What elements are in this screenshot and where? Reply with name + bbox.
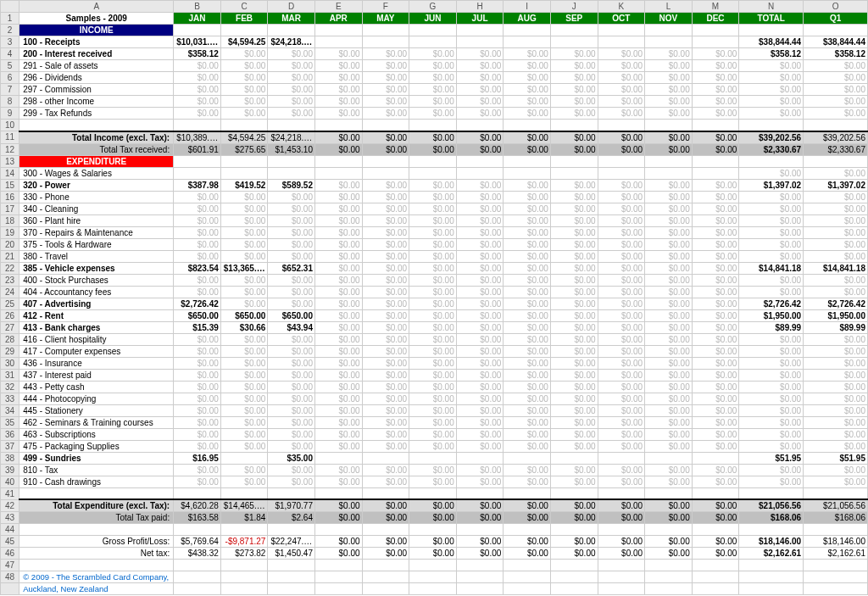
value-cell[interactable]: $0.00	[314, 143, 362, 155]
value-cell[interactable]: $0.00	[645, 369, 693, 381]
month-header[interactable]: DEC	[692, 13, 739, 25]
cell[interactable]	[268, 571, 315, 583]
cell[interactable]	[409, 560, 457, 571]
month-header[interactable]: MAR	[268, 13, 315, 25]
value-cell[interactable]: $0.00	[268, 191, 315, 203]
value-cell[interactable]: $0.00	[692, 203, 739, 214]
value-cell[interactable]: $0.00	[174, 274, 221, 286]
value-cell[interactable]: $0.00	[409, 191, 457, 203]
month-header[interactable]: APR	[314, 13, 362, 25]
value-cell[interactable]: $0.00	[504, 512, 551, 524]
q1-cell[interactable]: $2,726.42	[804, 298, 868, 309]
value-cell[interactable]: $0.00	[362, 48, 409, 60]
row-header[interactable]: 19	[1, 226, 19, 238]
total-cell[interactable]: $0.00	[739, 60, 804, 72]
q1-cell[interactable]: $0.00	[804, 393, 868, 404]
row-header[interactable]: 25	[1, 298, 19, 309]
month-header[interactable]: MAY	[362, 13, 409, 25]
month-header[interactable]: AUG	[504, 13, 551, 25]
cell[interactable]	[645, 25, 693, 36]
value-cell[interactable]: $0.00	[268, 464, 315, 476]
value-cell[interactable]	[550, 452, 598, 464]
value-cell[interactable]	[692, 167, 739, 179]
value-cell[interactable]: $0.00	[174, 203, 221, 214]
value-cell[interactable]: $0.00	[550, 250, 598, 262]
value-cell[interactable]: $0.00	[550, 108, 598, 120]
value-cell[interactable]: $0.00	[504, 84, 551, 96]
cell[interactable]	[174, 571, 221, 583]
cell[interactable]	[456, 571, 504, 583]
value-cell[interactable]: $30.66	[220, 321, 268, 333]
cell[interactable]	[739, 120, 804, 131]
value-cell[interactable]: $0.00	[409, 274, 457, 286]
value-cell[interactable]: $0.00	[645, 250, 693, 262]
q1-cell[interactable]: $39,202.56	[804, 131, 868, 144]
value-cell[interactable]: $0.00	[409, 536, 457, 548]
total-cell[interactable]: $0.00	[739, 191, 804, 203]
value-cell[interactable]: $0.00	[362, 214, 409, 226]
value-cell[interactable]: $1,453.10	[268, 143, 315, 155]
month-header[interactable]: OCT	[598, 13, 645, 25]
value-cell[interactable]: $0.00	[456, 345, 504, 357]
total-cell[interactable]: $1,950.00	[739, 309, 804, 321]
value-cell[interactable]: $0.00	[268, 286, 315, 298]
cell[interactable]	[739, 155, 804, 167]
value-cell[interactable]: $0.00	[409, 226, 457, 238]
value-cell[interactable]: $0.00	[504, 72, 551, 84]
value-cell[interactable]: $0.00	[456, 298, 504, 309]
value-cell[interactable]: $0.00	[409, 404, 457, 416]
cell[interactable]	[220, 25, 268, 36]
total-cell[interactable]: $0.00	[739, 476, 804, 487]
value-cell[interactable]: $0.00	[504, 48, 551, 60]
total-cell[interactable]: $0.00	[739, 238, 804, 250]
total-cell[interactable]: $168.06	[739, 512, 804, 524]
total-header[interactable]: TOTAL	[739, 13, 804, 25]
value-cell[interactable]	[268, 167, 315, 179]
total-cell[interactable]: $0.00	[739, 369, 804, 381]
value-cell[interactable]: $0.00	[692, 321, 739, 333]
value-cell[interactable]: $0.00	[504, 428, 551, 440]
row-label[interactable]: 417 - Computer expenses	[19, 345, 174, 357]
cell[interactable]	[550, 120, 598, 131]
total-cell[interactable]: $0.00	[739, 203, 804, 214]
value-cell[interactable]: $0.00	[456, 60, 504, 72]
cell[interactable]	[362, 571, 409, 583]
cell[interactable]	[314, 560, 362, 571]
value-cell[interactable]: $0.00	[504, 476, 551, 487]
q1-cell[interactable]: $0.00	[804, 96, 868, 108]
col-header[interactable]: O	[804, 1, 868, 13]
row-header[interactable]: 12	[1, 143, 19, 155]
value-cell[interactable]: $0.00	[409, 476, 457, 487]
cell[interactable]	[174, 25, 221, 36]
row-header[interactable]: 37	[1, 440, 19, 452]
cell[interactable]	[19, 560, 174, 571]
cell[interactable]	[645, 524, 693, 536]
value-cell[interactable]: $0.00	[456, 512, 504, 524]
total-cell[interactable]: $0.00	[739, 214, 804, 226]
value-cell[interactable]: $0.00	[220, 440, 268, 452]
cell[interactable]	[19, 524, 174, 536]
value-cell[interactable]: $0.00	[314, 60, 362, 72]
q1-cell[interactable]: $0.00	[804, 108, 868, 120]
cell[interactable]	[804, 560, 868, 571]
q1-cell[interactable]: $0.00	[804, 60, 868, 72]
row-header[interactable]: 44	[1, 524, 19, 536]
q1-cell[interactable]: $89.99	[804, 321, 868, 333]
value-cell[interactable]	[645, 36, 693, 48]
value-cell[interactable]: $0.00	[409, 203, 457, 214]
cell[interactable]	[220, 487, 268, 499]
value-cell[interactable]	[314, 452, 362, 464]
cell[interactable]	[504, 524, 551, 536]
value-cell[interactable]: $0.00	[692, 309, 739, 321]
value-cell[interactable]: $0.00	[362, 108, 409, 120]
cell[interactable]	[504, 583, 551, 595]
value-cell[interactable]: $0.00	[598, 369, 645, 381]
value-cell[interactable]: $0.00	[268, 238, 315, 250]
value-cell[interactable]: $0.00	[314, 333, 362, 345]
value-cell[interactable]: $0.00	[645, 536, 693, 548]
value-cell[interactable]: $0.00	[314, 393, 362, 404]
value-cell[interactable]: $0.00	[220, 60, 268, 72]
row-header[interactable]: 15	[1, 179, 19, 191]
value-cell[interactable]: $0.00	[409, 214, 457, 226]
value-cell[interactable]	[314, 36, 362, 48]
